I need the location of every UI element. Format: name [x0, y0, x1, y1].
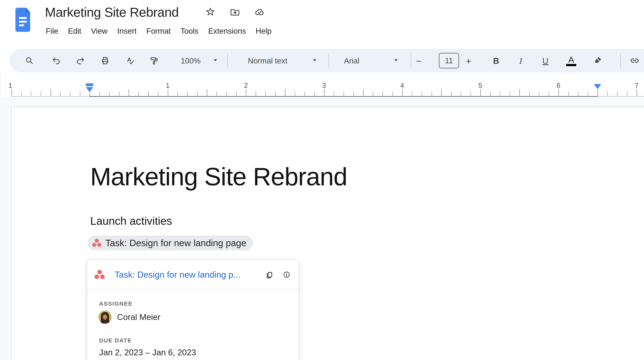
bold-button[interactable]: B	[491, 56, 502, 66]
print-button[interactable]	[100, 56, 110, 66]
menu-edit[interactable]: Edit	[63, 25, 86, 37]
asana-task-smart-chip[interactable]: Task: Design for new landing page	[88, 236, 253, 250]
insert-link-button[interactable]	[630, 56, 640, 66]
font-size-input[interactable]: 11	[439, 53, 459, 68]
document-page[interactable]: Marketing Site Rebrand Launch activities…	[11, 107, 644, 360]
ruler-number: 1	[163, 82, 173, 89]
spell-check-icon: A	[125, 56, 134, 65]
left-indent-marker[interactable]	[86, 87, 93, 92]
ruler-number: 5	[475, 82, 485, 89]
menu-help[interactable]: Help	[251, 25, 276, 37]
ruler-baseline	[598, 96, 644, 97]
text-color-button[interactable]: A	[566, 56, 576, 66]
font-dropdown-arrow[interactable]	[394, 59, 398, 61]
cloud-saved-icon[interactable]	[254, 7, 265, 17]
document-heading[interactable]: Launch activities	[90, 214, 172, 227]
menu-bar: File Edit View Insert Format Tools Exten…	[41, 25, 276, 37]
card-divider	[88, 289, 298, 290]
assignee-row: Coral Meier	[98, 310, 160, 324]
search-menus-button[interactable]	[24, 56, 34, 66]
right-indent-marker[interactable]	[594, 84, 601, 89]
underline-button[interactable]: U	[540, 56, 551, 66]
menu-tools[interactable]: Tools	[176, 25, 203, 37]
toolbar-divider	[620, 53, 621, 68]
zoom-select[interactable]: 100%	[181, 56, 200, 65]
asana-logo-icon	[92, 238, 102, 248]
highlight-color-button[interactable]	[592, 56, 602, 66]
ruler-number: 6	[554, 82, 564, 89]
move-to-folder-icon[interactable]	[230, 7, 240, 17]
document-title-field[interactable]: Marketing Site Rebrand	[45, 5, 178, 20]
spell-check-button[interactable]: A	[125, 56, 135, 66]
svg-text:A: A	[127, 56, 131, 63]
ruler-number: 2	[241, 82, 251, 89]
text-color-letter: A	[568, 56, 574, 64]
toolbar-divider	[328, 53, 329, 68]
horizontal-ruler: 1 1 2 3 4 5 6 7	[1, 74, 644, 97]
due-date-value: Jan 2, 2023 – Jan 6, 2023	[99, 348, 196, 357]
google-docs-window: Marketing Site Rebrand File Edit View In…	[0, 0, 644, 360]
info-icon[interactable]	[282, 270, 292, 279]
ruler-half-inch-ticks	[12, 89, 644, 96]
assignee-label: ASSIGNEE	[99, 300, 133, 307]
asana-logo-icon	[94, 269, 105, 280]
menu-view[interactable]: View	[86, 25, 112, 37]
due-date-label: DUE DATE	[99, 337, 132, 344]
toolbar-divider	[411, 53, 411, 68]
first-line-indent-marker[interactable]	[86, 83, 93, 86]
italic-button[interactable]: I	[515, 56, 526, 66]
ruler-number: 3	[319, 82, 329, 89]
smart-chip-label: Task: Design for new landing page	[105, 238, 246, 248]
decrease-font-size-button[interactable]: −	[414, 56, 424, 66]
text-color-swatch	[566, 64, 576, 66]
menu-insert[interactable]: Insert	[112, 25, 142, 37]
redo-icon	[76, 56, 85, 65]
star-icon[interactable]	[205, 7, 215, 17]
document-body-title[interactable]: Marketing Site Rebrand	[90, 162, 347, 191]
font-select[interactable]: Arial	[344, 56, 360, 65]
highlighter-icon	[593, 56, 602, 65]
menu-extensions[interactable]: Extensions	[203, 25, 251, 37]
task-hover-card: Task: Design for new landing p... ASSIGN…	[87, 260, 299, 360]
paint-roller-icon	[149, 56, 159, 65]
task-card-header: Task: Design for new landing p...	[88, 260, 298, 289]
avatar-photo	[98, 310, 112, 324]
menu-file[interactable]: File	[41, 25, 63, 37]
redo-button[interactable]	[76, 56, 86, 66]
ruler-baseline-text-area	[90, 96, 598, 97]
google-docs-logo[interactable]	[14, 7, 32, 33]
task-card-title-link[interactable]: Task: Design for new landing p...	[114, 270, 265, 280]
link-icon	[630, 56, 639, 65]
ruler-number: 4	[397, 82, 407, 89]
toolbar: A 100% Normal text Arial − 11 + B I U A	[10, 49, 644, 72]
undo-button[interactable]	[51, 56, 61, 66]
menu-format[interactable]: Format	[142, 25, 176, 37]
toolbar-divider	[228, 53, 228, 68]
copy-icon[interactable]	[265, 270, 274, 279]
zoom-dropdown-arrow[interactable]	[214, 59, 217, 61]
assignee-name: Coral Meier	[117, 312, 160, 322]
print-icon	[100, 56, 110, 65]
increase-font-size-button[interactable]: +	[463, 56, 474, 66]
ruler-baseline	[12, 96, 90, 97]
ruler-number: 1	[5, 82, 15, 89]
search-icon	[25, 56, 34, 65]
paragraph-styles-select[interactable]: Normal text	[248, 56, 287, 65]
paint-format-button[interactable]	[149, 56, 159, 66]
styles-dropdown-arrow[interactable]	[313, 59, 316, 61]
assignee-avatar	[98, 310, 112, 324]
ruler-number: 7	[632, 82, 642, 89]
undo-icon	[52, 56, 61, 65]
document-canvas: 1 1 2 3 4 5 6 7 Marketing Site Rebrand L…	[0, 74, 644, 360]
